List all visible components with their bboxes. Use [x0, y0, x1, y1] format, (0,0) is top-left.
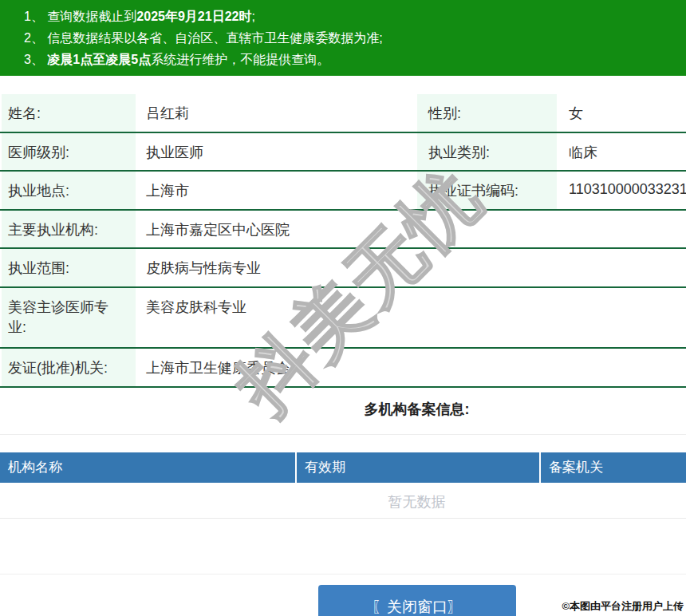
- field-label-doctor-level: 医师级别:: [2, 133, 136, 170]
- profile-table: 姓名: 吕红莉 性别: 女 医师级别: 执业医师 执业类别: 临床 执业地点: …: [0, 94, 686, 388]
- doctor-license-query-page: 1、 查询数据截止到2025年9月21日22时; 2、 信息数据结果以各省、自治…: [0, 0, 686, 616]
- field-label-name: 姓名:: [2, 94, 136, 132]
- profile-row-issuing-authority: 发证(批准)机关: 上海市卫生健康委员会: [0, 349, 686, 388]
- profile-row-practice-scope: 执业范围: 皮肤病与性病专业: [0, 249, 686, 288]
- field-label-cosmetic-specialty: 美容主诊医师专业:: [2, 288, 136, 347]
- notice-line-1-bold: 2025年9月21日22时: [136, 10, 251, 23]
- profile-row-level-category: 医师级别: 执业医师 执业类别: 临床: [0, 133, 686, 172]
- profile-row-location-certno: 执业地点: 上海市 执业证书编码: 110310000033231: [0, 172, 686, 211]
- field-value-cosmetic-specialty: 美容皮肤科专业: [136, 288, 686, 347]
- header-cell-institution-name: 机构名称: [0, 452, 295, 483]
- profile-row-main-institution: 主要执业机构: 上海市嘉定区中心医院: [0, 211, 686, 249]
- field-value-main-institution: 上海市嘉定区中心医院: [136, 211, 686, 247]
- filing-section-title: 多机构备案信息:: [0, 388, 686, 435]
- notice-line-1-tail: ;: [251, 10, 254, 23]
- header-cell-filing-authority: 备案机关: [541, 452, 686, 483]
- field-value-cert-number: 110310000033231: [557, 172, 686, 209]
- field-label-practice-place: 执业地点:: [2, 172, 136, 209]
- notice-line-2-text: 2、 信息数据结果以各省、自治区、直辖市卫生健康委数据为准;: [24, 31, 383, 45]
- notice-line-1-text: 1、 查询数据截止到: [24, 10, 136, 23]
- field-value-issuing-authority: 上海市卫生健康委员会: [136, 349, 686, 386]
- notice-line-2: 2、 信息数据结果以各省、自治区、直辖市卫生健康委数据为准;: [24, 27, 686, 49]
- notice-line-3-tail: 系统进行维护，不能提供查询。: [151, 53, 329, 66]
- field-value-practice-scope: 皮肤病与性病专业: [136, 249, 686, 286]
- notice-line-3-bold: 凌晨1点至凌晨5点: [47, 53, 151, 66]
- notice-line-1: 1、 查询数据截止到2025年9月21日22时;: [24, 6, 686, 27]
- profile-row-cosmetic-specialty: 美容主诊医师专业: 美容皮肤科专业: [0, 288, 686, 349]
- field-value-gender: 女: [557, 94, 686, 132]
- field-label-cert-number: 执业证书编码:: [417, 172, 557, 209]
- field-value-practice-type: 临床: [557, 133, 686, 170]
- field-value-practice-place: 上海市: [136, 172, 417, 209]
- field-label-practice-type: 执业类别:: [417, 133, 557, 170]
- upload-caption-watermark: ©本图由平台注册用户上传: [562, 599, 684, 614]
- footer-divider: [0, 574, 686, 575]
- field-value-name: 吕红莉: [136, 94, 417, 132]
- empty-data-row: 暂无数据: [0, 483, 686, 519]
- notice-line-3: 3、 凌晨1点至凌晨5点系统进行维护，不能提供查询。: [24, 49, 686, 70]
- field-label-gender: 性别:: [417, 94, 557, 132]
- field-label-issuing-authority: 发证(批准)机关:: [2, 349, 136, 386]
- notice-banner: 1、 查询数据截止到2025年9月21日22时; 2、 信息数据结果以各省、自治…: [0, 0, 686, 76]
- field-value-doctor-level: 执业医师: [136, 133, 417, 170]
- field-label-main-institution: 主要执业机构:: [2, 211, 136, 247]
- close-window-button[interactable]: 〖关闭窗口〗: [318, 585, 516, 616]
- header-cell-validity-period: 有效期: [297, 452, 539, 483]
- field-label-practice-scope: 执业范围:: [2, 249, 136, 286]
- notice-line-3-text: 3、: [24, 53, 47, 66]
- profile-row-name-gender: 姓名: 吕红莉 性别: 女: [0, 94, 686, 133]
- filing-table-header: 机构名称 有效期 备案机关: [0, 452, 686, 483]
